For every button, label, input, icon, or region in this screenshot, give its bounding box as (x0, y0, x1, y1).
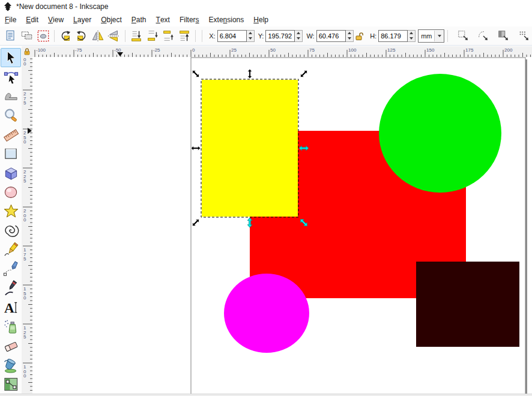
magenta-circle[interactable] (224, 274, 309, 353)
svg-text:-50: -50 (114, 47, 121, 53)
horizontal-scrollbar[interactable] (0, 394, 532, 396)
h-field-label: H: (370, 32, 376, 40)
bezier-tool[interactable] (1, 259, 21, 278)
toolbox: A (0, 46, 22, 394)
vertical-ruler[interactable]: 300275250225200175150125100 (22, 57, 32, 394)
paint-bucket-tool[interactable] (1, 355, 21, 374)
window-title: *New document 8 - Inkscape (16, 2, 108, 11)
lower-one-step-button[interactable] (145, 28, 160, 44)
menu-layer[interactable]: Layer (68, 13, 96, 26)
svg-text:0: 0 (23, 139, 26, 145)
menu-object[interactable]: Object (96, 13, 127, 26)
spray-tool[interactable] (1, 317, 21, 336)
w-field[interactable] (316, 30, 346, 42)
svg-text:25: 25 (231, 47, 237, 53)
svg-text:125: 125 (387, 47, 396, 53)
flip-vertical-button[interactable] (106, 28, 121, 44)
select-all-button[interactable] (4, 28, 19, 44)
svg-text:0: 0 (23, 373, 26, 379)
w-field-label: W: (306, 32, 314, 40)
gradient-tool[interactable] (1, 374, 21, 394)
yellow-rectangle[interactable] (202, 80, 298, 217)
raise-one-step-button[interactable] (161, 28, 176, 44)
svg-text:0: 0 (23, 61, 26, 67)
move-gradients-toggle[interactable] (497, 28, 512, 44)
canvas[interactable] (32, 57, 532, 394)
menu-filters[interactable]: Filters (175, 13, 204, 26)
horizontal-ruler[interactable]: -100-75-50-250255075100125150175200 (32, 46, 532, 57)
rectangle-tool[interactable] (1, 144, 21, 163)
toolbar-separator (195, 30, 196, 42)
inkscape-logo-icon (3, 2, 13, 11)
raise-to-top-button[interactable] (177, 28, 192, 44)
menu-view[interactable]: View (43, 13, 68, 26)
y-field[interactable] (265, 30, 295, 42)
measure-tool[interactable] (1, 125, 21, 144)
svg-text:A: A (4, 299, 14, 315)
scale-stroke-toggle[interactable] (456, 28, 471, 44)
unit-dropdown[interactable]: mm (418, 29, 444, 43)
chevron-down-icon (434, 31, 444, 41)
x-field-stepper[interactable] (247, 30, 255, 42)
svg-text:175: 175 (465, 47, 474, 53)
x-field[interactable] (217, 30, 247, 42)
zoom-tool[interactable] (1, 106, 21, 125)
node-editor-tool[interactable] (1, 67, 21, 86)
y-field-stepper[interactable] (295, 30, 303, 42)
svg-text:5: 5 (23, 334, 26, 340)
tool-controls-bar: X:Y:W:H:mm (0, 26, 532, 46)
menu-file[interactable]: File (0, 13, 21, 26)
green-circle[interactable] (379, 74, 501, 193)
toolbar-separator (125, 30, 125, 42)
title-bar: *New document 8 - Inkscape (0, 0, 532, 13)
y-field-label: Y: (258, 32, 264, 40)
toolbar-separator (447, 30, 448, 42)
eraser-tool[interactable] (1, 336, 21, 355)
selector-tool[interactable] (1, 48, 21, 67)
x-field-label: X: (209, 32, 215, 40)
svg-text:5: 5 (23, 100, 26, 106)
text-tool[interactable]: A (1, 298, 21, 317)
ruler-position-marker (117, 52, 123, 56)
move-patterns-toggle[interactable] (516, 28, 531, 44)
svg-text:-25: -25 (153, 47, 160, 53)
svg-text:0: 0 (23, 217, 26, 223)
inkscape-window: *New document 8 - Inkscape FileEditViewL… (0, 0, 532, 396)
tweak-tool[interactable] (1, 86, 21, 106)
menu-extensions[interactable]: Extensions (204, 13, 249, 26)
svg-text:0: 0 (192, 47, 195, 53)
box-3d-tool[interactable] (1, 163, 21, 182)
flip-horizontal-button[interactable] (90, 28, 105, 44)
svg-text:5: 5 (23, 256, 26, 262)
lock-guides-toggle[interactable] (22, 46, 32, 57)
h-field-stepper[interactable] (408, 30, 416, 42)
menu-edit[interactable]: Edit (21, 13, 43, 26)
select-all-layers-button[interactable] (20, 28, 35, 44)
star-tool[interactable] (1, 202, 21, 221)
menu-path[interactable]: Path (127, 13, 151, 26)
h-field[interactable] (378, 30, 408, 42)
svg-text:0: 0 (23, 295, 26, 301)
svg-text:5: 5 (23, 178, 26, 184)
lower-to-bottom-button[interactable] (129, 28, 144, 44)
menu-help[interactable]: Help (249, 13, 273, 26)
menu-text[interactable]: Text (151, 13, 175, 26)
svg-text:50: 50 (270, 47, 276, 53)
deselect-button[interactable] (35, 28, 50, 44)
rotate-cw-button[interactable] (74, 28, 89, 44)
ellipse-tool[interactable] (1, 182, 21, 202)
svg-text:-75: -75 (75, 47, 82, 53)
svg-text:100: 100 (348, 47, 357, 53)
lock-dimensions-button[interactable] (355, 30, 365, 42)
spiral-tool[interactable] (1, 221, 21, 240)
w-field-stepper[interactable] (346, 30, 354, 42)
dark-rectangle[interactable] (416, 262, 519, 347)
calligraphy-tool[interactable] (1, 278, 21, 298)
pencil-tool[interactable] (1, 240, 21, 259)
svg-text:200: 200 (504, 47, 513, 53)
svg-text:150: 150 (426, 47, 435, 53)
toolbar-separator (54, 30, 55, 42)
rotate-ccw-button[interactable] (58, 28, 73, 44)
scale-corners-toggle[interactable] (476, 28, 491, 44)
svg-text:-100: -100 (36, 47, 46, 53)
